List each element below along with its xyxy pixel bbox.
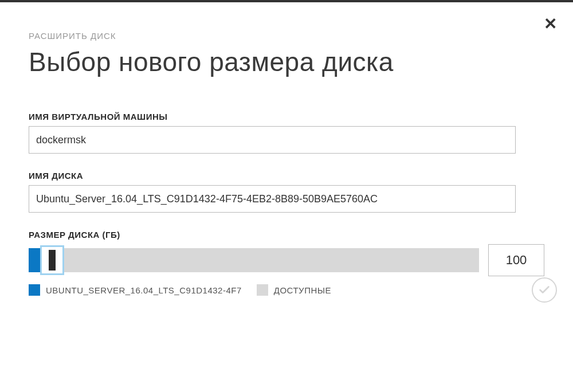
disk-name-value: Ubuntu_Server_16.04_LTS_C91D1432-4F75-4E… (36, 193, 378, 205)
breadcrumb: РАСШИРИТЬ ДИСК (29, 31, 544, 41)
vm-name-label: ИМЯ ВИРТУАЛЬНОЙ МАШИНЫ (29, 112, 544, 121)
slider-handle-grip-icon (49, 250, 56, 271)
check-icon (538, 284, 551, 296)
slider-track-available (38, 248, 479, 272)
legend-swatch-used (29, 284, 40, 296)
disk-size-row (29, 244, 544, 276)
disk-name-label: ИМЯ ДИСКА (29, 171, 544, 181)
disk-size-slider[interactable] (29, 248, 479, 272)
disk-size-label: РАЗМЕР ДИСКА (ГБ) (29, 230, 544, 240)
vm-name-input[interactable]: dockermsk (29, 126, 516, 154)
slider-legend: UBUNTU_SERVER_16.04_LTS_C91D1432-4F7 ДОС… (29, 284, 544, 296)
close-button[interactable]: ✕ (543, 18, 557, 32)
disk-name-input[interactable]: Ubuntu_Server_16.04_LTS_C91D1432-4F75-4E… (29, 185, 516, 213)
legend-item-used: UBUNTU_SERVER_16.04_LTS_C91D1432-4F7 (29, 284, 242, 296)
close-icon: ✕ (544, 15, 557, 33)
legend-item-available: ДОСТУПНЫЕ (257, 284, 331, 296)
page-title: Выбор нового размера диска (29, 46, 544, 77)
legend-used-label: UBUNTU_SERVER_16.04_LTS_C91D1432-4F7 (46, 285, 242, 295)
vm-name-value: dockermsk (36, 134, 86, 146)
disk-size-input[interactable] (488, 244, 544, 276)
legend-swatch-available (257, 284, 268, 296)
slider-handle[interactable] (40, 245, 64, 275)
legend-available-label: ДОСТУПНЫЕ (274, 285, 331, 295)
expand-disk-dialog: ✕ РАСШИРИТЬ ДИСК Выбор нового размера ди… (0, 2, 573, 319)
confirm-button[interactable] (532, 277, 557, 303)
